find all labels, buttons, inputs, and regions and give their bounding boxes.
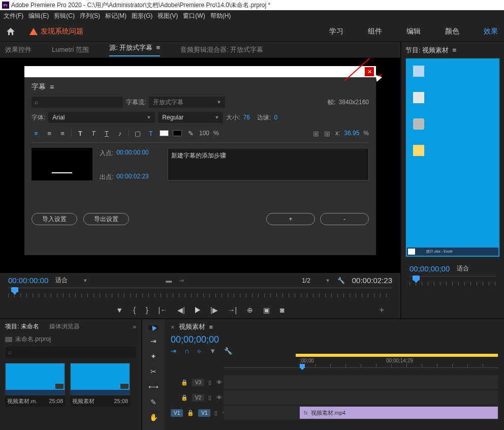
timeline-ruler[interactable]: ;00;00 00;00;14;29 [224, 358, 498, 368]
magnet-icon[interactable]: ∩ [184, 347, 189, 355]
prog-playhead[interactable] [413, 275, 420, 281]
sequence-name[interactable]: 视频素材 [179, 322, 205, 331]
timeline-close-icon[interactable]: × [171, 323, 175, 331]
grid-large-icon[interactable] [324, 130, 331, 137]
video-clip[interactable]: fx 视频素材.mp4 [300, 407, 498, 419]
menu-mark[interactable]: 标记(M) [104, 11, 128, 21]
x-value[interactable]: 36.95 [344, 130, 359, 137]
program-title[interactable]: 节目: 视频素材 [405, 46, 449, 54]
pen-tool[interactable]: ✎ [148, 398, 159, 406]
stream-dropdown[interactable]: 开放式字幕▼ [149, 97, 225, 108]
project-search[interactable]: ⌕ [5, 347, 136, 358]
tab-media-browser[interactable]: 媒体浏览器 [49, 322, 80, 331]
lock-icon[interactable]: 🔒 [187, 410, 194, 416]
add-button[interactable]: + [266, 213, 315, 225]
size-value[interactable]: 76 [243, 114, 250, 121]
align-right-icon[interactable]: ≡ [58, 129, 67, 137]
in-point-icon[interactable]: { [133, 306, 136, 314]
hand-tool[interactable]: ✋ [148, 413, 159, 421]
remove-button[interactable]: - [320, 213, 369, 225]
tab-project[interactable]: 项目: 未命名 [5, 322, 39, 331]
overflow-icon[interactable]: » [133, 323, 136, 330]
toggle-output-icon[interactable]: ▯ [208, 379, 211, 386]
system-warning[interactable]: 发现系统问题 [29, 27, 83, 36]
export-settings-button[interactable]: 导出设置 [83, 213, 129, 225]
ripple-tool[interactable]: ✦ [148, 352, 159, 360]
step-back-icon[interactable]: ◀| [177, 306, 185, 314]
eye-icon[interactable]: 👁 [216, 394, 222, 401]
italic-icon[interactable]: T [89, 129, 98, 137]
prog-timecode[interactable]: 00;00;00;00 [410, 264, 450, 273]
caption-menu-icon[interactable]: ≡ [50, 83, 54, 91]
caption-thumbnail[interactable] [32, 148, 92, 180]
link-icon[interactable]: ⟐ [197, 347, 201, 355]
lock-icon[interactable]: 🔒 [181, 379, 188, 386]
settings-icon[interactable]: 🔧 [337, 277, 345, 284]
prog-ruler[interactable] [410, 276, 496, 289]
weight-dropdown[interactable]: Regular▼ [158, 112, 223, 123]
import-settings-button[interactable]: 导入设置 [32, 213, 77, 225]
prog-zoom-dropdown[interactable]: 适合 [457, 264, 469, 273]
track-v2-label[interactable]: V2 [192, 394, 204, 402]
zoom-dropdown[interactable]: 适合▼ [55, 276, 87, 285]
step-icon[interactable]: ⇥ [179, 277, 184, 284]
step-fwd-icon[interactable]: |▶ [210, 306, 218, 314]
tab-effect-controls[interactable]: 效果控件 [5, 45, 32, 54]
out-point-icon[interactable]: } [146, 306, 148, 314]
export-frame-icon[interactable]: ◙ [280, 306, 284, 314]
tab-audio-mixer[interactable]: 音频剪辑混合器: 开放式字幕 [180, 45, 263, 54]
underline-icon[interactable]: T [102, 129, 111, 137]
tab-lumetri[interactable]: Lumetri 范围 [52, 45, 89, 54]
menu-seq[interactable]: 序列(S) [78, 11, 102, 21]
edge-value[interactable]: 0 [274, 114, 277, 121]
align-left-icon[interactable]: ≡ [32, 129, 41, 137]
timeline-timecode[interactable]: 00;00;00;00 [171, 334, 498, 345]
eye-icon[interactable]: 👁 [216, 379, 222, 386]
toggle-output-icon[interactable]: ▯ [208, 394, 211, 401]
marker-add-icon[interactable]: ▼ [209, 347, 216, 355]
timeline-scrollbar[interactable] [296, 354, 498, 357]
nav-effects[interactable]: 效果 [484, 27, 498, 36]
caption-search[interactable]: ⌕ [32, 97, 123, 108]
menu-view[interactable]: 视图(V) [156, 11, 179, 21]
close-button[interactable]: ✕ [365, 67, 374, 76]
playhead[interactable] [11, 287, 18, 292]
toggle-output-icon[interactable]: ▯ [214, 410, 217, 416]
bold-icon[interactable]: T [76, 129, 85, 137]
music-icon[interactable]: ♪ [115, 129, 124, 137]
razor-tool[interactable]: ✂ [148, 367, 159, 376]
tab-source[interactable]: 源: 开放式字幕 ≡ [109, 43, 160, 56]
font-dropdown[interactable]: Arial▼ [48, 112, 155, 123]
menu-file[interactable]: 文件(F) [2, 11, 25, 21]
resolution-half-icon[interactable]: ▬ [166, 277, 172, 284]
fill-color-swatch[interactable] [160, 130, 169, 136]
nav-color[interactable]: 颜色 [445, 27, 459, 36]
menu-clip[interactable]: 剪辑(C) [52, 11, 76, 21]
timeline-playhead[interactable] [300, 364, 305, 368]
eyedropper-icon[interactable]: ✎ [186, 129, 195, 137]
home-icon[interactable] [6, 27, 15, 36]
out-timecode[interactable]: 00:00:02:23 [116, 173, 148, 181]
track-v1-label[interactable]: V1 [198, 409, 210, 417]
fill-text-icon[interactable]: T [146, 129, 155, 137]
go-out-icon[interactable]: →| [228, 306, 237, 314]
menu-edit[interactable]: 编辑(E) [27, 11, 50, 21]
in-timecode[interactable]: 00:00:00:00 [116, 149, 148, 158]
menu-help[interactable]: 帮助(H) [209, 11, 233, 21]
overwrite-icon[interactable]: ▣ [263, 306, 270, 314]
track-v3-label[interactable]: V3 [192, 379, 204, 386]
wrench-icon[interactable]: 🔧 [224, 347, 232, 355]
snap-icon[interactable]: ⇥ [171, 347, 176, 355]
slip-tool[interactable]: ⟷ [148, 383, 159, 391]
selection-tool[interactable] [148, 325, 159, 330]
bg-color-swatch[interactable] [173, 130, 182, 136]
nav-edit[interactable]: 编辑 [406, 27, 421, 36]
insert-icon[interactable]: ⊕ [247, 306, 253, 314]
menu-win[interactable]: 窗口(W) [181, 11, 206, 21]
opacity-value[interactable]: 100 [199, 130, 209, 137]
clip-thumb-1[interactable]: 视频素材.m.25;08 [5, 363, 65, 407]
src-v1-label[interactable]: V1 [171, 409, 183, 417]
align-center-icon[interactable]: ≡ [45, 129, 54, 137]
nav-assemble[interactable]: 组件 [368, 27, 382, 36]
program-monitor-view[interactable]: 统计.xlsx - Excel [405, 58, 500, 257]
